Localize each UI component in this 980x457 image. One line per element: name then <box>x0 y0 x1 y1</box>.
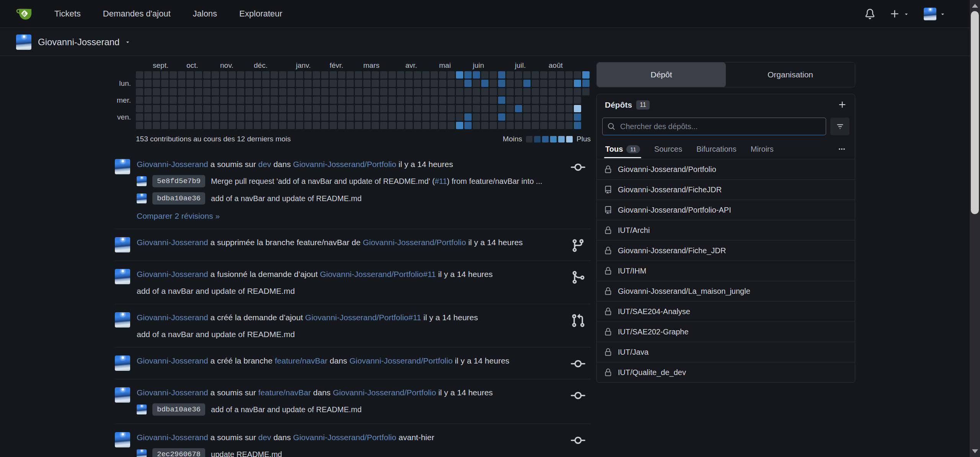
context-user-switcher[interactable]: Giovanni-Josserand <box>38 37 119 48</box>
feed-text: a créé la demande d’ajout <box>208 313 305 322</box>
heatmap-cell <box>523 97 531 104</box>
feed-link[interactable]: feature/navBar <box>275 356 328 365</box>
feed-link[interactable]: Giovanni-Josserand <box>137 356 208 365</box>
repo-filter-tab-bifurcations[interactable]: Bifurcations <box>696 145 737 154</box>
heatmap-cell <box>422 113 430 121</box>
repo-list-item[interactable]: IUT/Qualite_de_dev <box>597 362 855 382</box>
avatar[interactable] <box>115 312 130 328</box>
heatmap-cell <box>229 71 236 79</box>
new-repo-button[interactable] <box>838 100 847 109</box>
heatmap-cell <box>136 88 143 95</box>
compare-revisions-link[interactable]: Comparer 2 révisions » <box>137 211 220 221</box>
feed-link[interactable]: dev <box>258 160 271 169</box>
avatar[interactable] <box>115 355 130 371</box>
heatmap-cell <box>287 80 295 87</box>
feed-link[interactable]: #11 <box>435 177 447 185</box>
heatmap-cell <box>515 71 522 79</box>
repo-list-item[interactable]: IUT/IHM <box>597 260 855 281</box>
heatmap-cell <box>136 113 143 121</box>
heatmap-cell <box>161 105 168 112</box>
heatmap-cell <box>490 71 497 79</box>
nav-item-demandes-d-ajout[interactable]: Demandes d'ajout <box>103 9 171 19</box>
gitea-logo-icon[interactable] <box>16 6 32 22</box>
feed-link[interactable]: dev <box>258 433 271 442</box>
heatmap-cell <box>220 105 227 112</box>
repo-list-item[interactable]: IUT/Archi <box>597 220 855 240</box>
feed-link[interactable]: Giovanni-Josserand/Portfolio <box>350 356 453 365</box>
heatmap-cell <box>506 105 514 112</box>
commit-hash[interactable]: 2ec2960678 <box>152 448 205 457</box>
repo-list-item[interactable]: Giovanni-Josserand/Portfolio-API <box>597 200 855 220</box>
avatar[interactable] <box>115 387 130 403</box>
heatmap-cell <box>262 122 270 129</box>
repo-list-item[interactable]: IUT/SAE202-Graphe <box>597 321 855 342</box>
tab-d-p-t[interactable]: Dépôt <box>597 62 726 87</box>
avatar[interactable] <box>115 237 130 252</box>
heatmap-cell <box>178 122 185 129</box>
heatmap-cell <box>170 105 177 112</box>
feed-link[interactable]: Giovanni-Josserand/Portfolio#11 <box>320 270 436 278</box>
feed-link[interactable]: Giovanni-Josserand/Portfolio <box>293 433 397 442</box>
repo-list-item[interactable]: Giovanni-Josserand/Fiche_JDR <box>597 240 855 260</box>
nav-item-jalons[interactable]: Jalons <box>193 9 217 19</box>
repo-filter-tab-sources[interactable]: Sources <box>654 145 682 154</box>
feed-text: update README.md <box>211 450 282 457</box>
repo-list-item[interactable]: IUT/Java <box>597 342 855 362</box>
feed-link[interactable]: Giovanni-Josserand/Portfolio <box>293 160 397 169</box>
feed-link[interactable]: Giovanni-Josserand <box>137 270 208 278</box>
feed-link[interactable]: feature/navBar <box>258 388 311 397</box>
feed-link[interactable]: Giovanni-Josserand <box>137 313 208 322</box>
avatar <box>137 405 147 414</box>
heatmap-cell <box>532 122 539 129</box>
heatmap-cell <box>212 97 219 104</box>
legend-square <box>534 136 541 143</box>
repo-filter-button[interactable] <box>830 118 849 135</box>
feed-link[interactable]: Giovanni-Josserand <box>137 160 208 169</box>
feed-link[interactable]: Giovanni-Josserand <box>137 433 208 442</box>
scroll-up-button[interactable] <box>970 1 980 11</box>
more-options-icon[interactable] <box>837 144 846 154</box>
heatmap-cell <box>557 105 564 112</box>
create-new-button[interactable] <box>890 9 909 19</box>
heatmap-cell <box>262 113 270 121</box>
scrollbar-thumb[interactable] <box>971 11 979 214</box>
feed-link[interactable]: Giovanni-Josserand <box>137 238 208 247</box>
nav-item-tickets[interactable]: Tickets <box>54 9 81 19</box>
commit-hash[interactable]: 5e8fd5e7b9 <box>152 175 205 187</box>
avatar[interactable] <box>115 432 130 447</box>
repo-filter-count-badge: 11 <box>626 145 640 153</box>
user-menu-button[interactable] <box>924 8 946 20</box>
feed-link[interactable]: Giovanni-Josserand/Portfolio <box>333 388 436 397</box>
heatmap-cell <box>363 122 371 129</box>
feed-link[interactable]: Giovanni-Josserand/Portfolio#11 <box>305 313 421 322</box>
heatmap-cell <box>549 97 556 104</box>
commit-hash[interactable]: bdba10ae36 <box>152 403 205 416</box>
heatmap-cell <box>431 80 438 87</box>
feed-item-title: Giovanni-Josserand a créé la branche fea… <box>137 355 564 367</box>
heatmap-cell <box>245 113 253 121</box>
feed-link[interactable]: Giovanni-Josserand/Portfolio <box>363 238 466 247</box>
commit-hash[interactable]: bdba10ae36 <box>152 192 205 205</box>
repo-list-item[interactable]: IUT/SAE204-Analyse <box>597 301 855 321</box>
feed-text: dans <box>311 388 333 397</box>
heatmap-cell <box>279 97 286 104</box>
repo-search-input[interactable] <box>619 122 821 131</box>
repo-filter-tab-miroirs[interactable]: Miroirs <box>751 145 774 154</box>
heatmap-grid <box>136 71 590 129</box>
avatar[interactable] <box>115 269 130 284</box>
feed-item: Giovanni-Josserand a soumis sur feature/… <box>115 379 591 424</box>
avatar[interactable] <box>115 159 130 174</box>
page-scrollbar[interactable] <box>970 0 980 457</box>
repo-list-item[interactable]: Giovanni-Josserand/FicheJDR <box>597 179 855 200</box>
notifications-button[interactable] <box>865 9 875 19</box>
heatmap-cell <box>153 113 160 121</box>
tab-organisation[interactable]: Organisation <box>726 62 855 87</box>
scroll-down-button[interactable] <box>970 446 980 456</box>
repo-filter-tab-tous[interactable]: Tous11 <box>605 145 640 154</box>
heatmap-cell <box>186 105 194 112</box>
repo-list-item[interactable]: Giovanni-Josserand/Portfolio <box>597 159 855 179</box>
repo-list-item[interactable]: Giovanni-Josserand/La_maison_jungle <box>597 281 855 301</box>
nav-item-explorateur[interactable]: Explorateur <box>239 9 283 19</box>
heatmap-cell <box>313 71 320 79</box>
feed-link[interactable]: Giovanni-Josserand <box>137 388 208 397</box>
